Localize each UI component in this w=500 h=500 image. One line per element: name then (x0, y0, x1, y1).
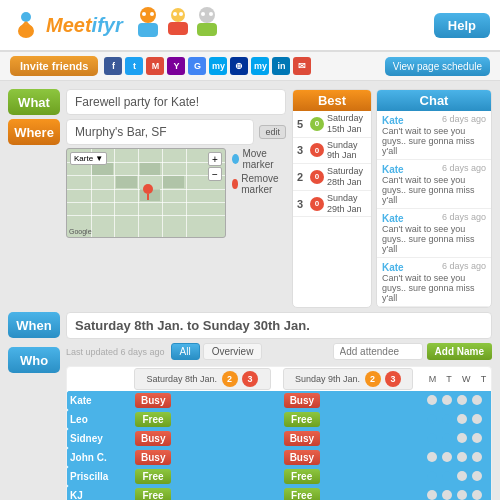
who-updated-text: Last updated 6 days ago (66, 347, 165, 357)
view-page-schedule-button[interactable]: View page schedule (385, 57, 490, 76)
svg-point-0 (21, 12, 31, 22)
header-characters (133, 6, 221, 44)
svg-rect-5 (138, 23, 158, 37)
dot (457, 433, 467, 443)
status-leo-sun[interactable]: Free (284, 412, 320, 427)
date-header-1: Saturday 8th Jan. 2 3 (134, 368, 271, 390)
facebook-icon[interactable]: f (104, 57, 122, 75)
dot (427, 414, 437, 424)
move-marker-icon (232, 154, 239, 164)
status-john-sun[interactable]: Busy (284, 450, 320, 465)
chat-message-3: Kate 6 days ago Can't wait to see you gu… (377, 209, 491, 258)
remove-marker-action[interactable]: Remove marker (232, 173, 286, 195)
svg-point-8 (171, 8, 185, 22)
best-item-1: 5 0 Saturday15th Jan (293, 111, 371, 138)
who-tabs: All Overview (171, 343, 263, 360)
dot (427, 433, 437, 443)
status-kj-sat[interactable]: Free (135, 488, 171, 500)
remove-marker-icon (232, 179, 238, 189)
status-kj-sun[interactable]: Free (284, 488, 320, 500)
gmail-icon[interactable]: M (146, 57, 164, 75)
twitter-icon[interactable]: t (125, 57, 143, 75)
person-name-kj: KJ (67, 486, 132, 500)
logo-area: Meetifyr (10, 9, 123, 41)
dot (457, 395, 467, 405)
svg-point-7 (150, 12, 154, 16)
map-actions: Move marker Remove marker (232, 148, 286, 195)
zoom-out-button[interactable]: − (208, 167, 222, 181)
dot (427, 471, 437, 481)
what-value: Farewell party for Kate! (66, 89, 286, 115)
where-value: Murphy's Bar, SF (66, 119, 254, 145)
svg-point-15 (209, 12, 213, 16)
svg-point-11 (179, 12, 183, 16)
what-label: What (8, 89, 60, 115)
best-badge-2: 0 (310, 143, 324, 157)
windows-icon[interactable]: ⊕ (230, 57, 248, 75)
yahoo-icon[interactable]: Y (167, 57, 185, 75)
google-logo: Google (69, 228, 92, 235)
who-content-area: Last updated 6 days ago All Overview Add… (66, 343, 492, 500)
status-kate-sun[interactable]: Busy (284, 393, 320, 408)
zoom-in-button[interactable]: + (208, 152, 222, 166)
status-leo-sat[interactable]: Free (135, 412, 171, 427)
dot (472, 471, 482, 481)
chat-message-4: Kate 6 days ago Can't wait to see you gu… (377, 258, 491, 307)
left-column: What Farewell party for Kate! Where Murp… (8, 89, 286, 308)
best-badge-1: 0 (310, 117, 324, 131)
myspace-icon[interactable]: my (209, 57, 227, 75)
person-name-john: John C. (67, 448, 132, 467)
main-content: What Farewell party for Kate! Where Murp… (0, 81, 500, 500)
add-name-button[interactable]: Add Name (427, 343, 492, 360)
linkedin-icon[interactable]: in (272, 57, 290, 75)
dot (472, 452, 482, 462)
best-items: 5 0 Saturday15th Jan 3 0 Sunday9th Jan 2… (293, 111, 371, 217)
best-item-2: 3 0 Sunday9th Jan (293, 138, 371, 165)
dot (427, 452, 437, 462)
status-sidney-sat[interactable]: Busy (135, 431, 171, 446)
status-priscilla-sat[interactable]: Free (135, 469, 171, 484)
best-badge-4: 0 (310, 197, 324, 211)
status-kate-sat[interactable]: Busy (135, 393, 171, 408)
google-icon[interactable]: G (188, 57, 206, 75)
add-attendee-input[interactable] (333, 343, 423, 360)
where-edit-button[interactable]: edit (259, 125, 286, 139)
email-icon[interactable]: ✉ (293, 57, 311, 75)
schedule-area: Saturday 8th Jan. 2 3 Sunday 9th Jan. 2 (66, 366, 492, 500)
svg-point-6 (142, 12, 146, 16)
schedule-header-row: Saturday 8th Jan. 2 3 Sunday 9th Jan. 2 (67, 367, 491, 391)
best-header: Best (293, 90, 371, 111)
dot (427, 395, 437, 405)
map-controls: + − (208, 152, 222, 181)
status-priscilla-sun[interactable]: Free (284, 469, 320, 484)
skype-icon[interactable]: my (251, 57, 269, 75)
who-label: Who (8, 347, 60, 373)
best-item-3: 2 0 Saturday28th Jan (293, 164, 371, 191)
person-name-leo: Leo (67, 410, 132, 429)
status-sidney-sun[interactable]: Busy (284, 431, 320, 446)
table-row: Priscilla Free Free (67, 467, 491, 486)
tab-overview[interactable]: Overview (203, 343, 263, 360)
invite-friends-button[interactable]: Invite friends (10, 56, 98, 76)
table-row: Leo Free Free (67, 410, 491, 429)
move-marker-action[interactable]: Move marker (232, 148, 286, 170)
dot (442, 433, 452, 443)
status-john-sat[interactable]: Busy (135, 450, 171, 465)
who-actions: Add Name (333, 343, 492, 360)
person-name-kate: Kate (67, 391, 132, 410)
map-container: Karte ▼ + − (66, 148, 226, 238)
dot (472, 414, 482, 424)
person-name-sidney: Sidney (67, 429, 132, 448)
logo-icon (10, 9, 42, 41)
tab-all[interactable]: All (171, 343, 200, 360)
who-section: Who Last updated 6 days ago All Overview… (8, 343, 492, 500)
best-badge-3: 0 (310, 170, 324, 184)
help-button[interactable]: Help (434, 13, 490, 38)
map-pin (142, 184, 152, 198)
dot (472, 395, 482, 405)
when-value: Saturday 8th Jan. to Sunday 30th Jan. (66, 312, 492, 339)
what-section: What Farewell party for Kate! (8, 89, 286, 115)
what-row: What Farewell party for Kate! Where Murp… (8, 89, 492, 308)
map-type-selector[interactable]: Karte ▼ (70, 152, 107, 165)
person-name-priscilla: Priscilla (67, 467, 132, 486)
